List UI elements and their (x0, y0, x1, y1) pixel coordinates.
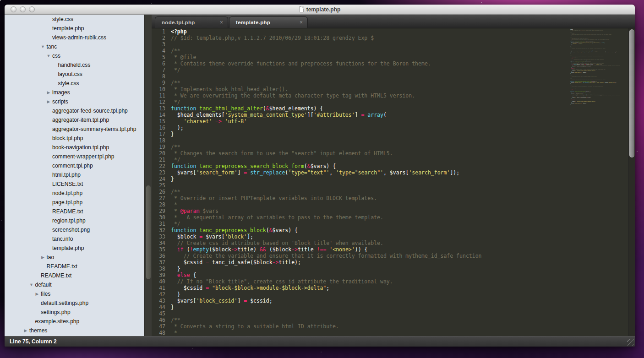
tree-item-comment-wrapper-tpl-php[interactable]: comment-wrapper.tpl.php (5, 152, 144, 161)
code-line[interactable]: */ (171, 221, 628, 227)
code-line[interactable]: function tanc_html_head_alter(&$head_ele… (171, 105, 628, 112)
zoom-button[interactable] (29, 6, 35, 12)
code-line[interactable]: * We are overwriting the default meta ch… (171, 92, 628, 99)
minimap[interactable]: <?php// $Id: template.php,v 1.1.2.7 2010… (570, 29, 628, 336)
titlebar[interactable]: template.php (5, 5, 635, 15)
editor-scrollbar-thumb[interactable] (629, 29, 634, 157)
code-line[interactable]: function tanc_preprocess_search_block_fo… (171, 163, 628, 169)
tree-item-readme-txt[interactable]: README.txt (5, 262, 144, 271)
tree-item-default-settings-php[interactable]: default.settings.php (5, 298, 144, 308)
code-line[interactable]: // Create css id attribute based on 'Blo… (171, 240, 628, 246)
tree-item-template-php[interactable]: template.php (5, 24, 144, 33)
tree-item-node-tpl-php[interactable]: node.tpl.php (5, 189, 144, 198)
code-line[interactable]: <?php (171, 28, 628, 35)
tree-item-layout-css[interactable]: layout.css (5, 70, 144, 79)
tab-close-icon[interactable]: × (219, 20, 224, 25)
code-line[interactable]: // If no "Block title", create css id at… (171, 278, 628, 285)
code-line[interactable]: * (171, 201, 628, 208)
code-line[interactable]: } (171, 266, 628, 272)
tree-item-block-tpl-php[interactable]: block.tpl.php (5, 134, 144, 143)
resize-grip-icon[interactable] (627, 339, 634, 346)
tree-item-aggregator-item-tpl-php[interactable]: aggregator-item.tpl.php (5, 115, 144, 125)
code-line[interactable]: * A sequential array of variables to pas… (171, 214, 628, 221)
code-line[interactable]: * Implements hook_html_head_alter(). (171, 86, 628, 92)
code-line[interactable]: /** (171, 48, 628, 54)
disclosure-triangle-icon[interactable]: ▼ (29, 280, 34, 289)
code-line[interactable]: /** (171, 189, 628, 195)
code-line[interactable]: * @param $vars (171, 208, 628, 214)
minimize-button[interactable] (20, 6, 26, 12)
code-line[interactable]: */ (171, 67, 628, 73)
code-line[interactable]: else { (171, 272, 628, 278)
code-line[interactable] (171, 137, 628, 144)
code-line[interactable]: */ (171, 157, 628, 163)
code-line[interactable] (171, 182, 628, 189)
disclosure-triangle-icon[interactable]: ▼ (46, 51, 51, 60)
code-line[interactable]: // $Id: template.php,v 1.1.2.7 2010/06/2… (171, 35, 628, 41)
code-line[interactable]: ); (171, 125, 628, 131)
tree-item-license-txt[interactable]: LICENSE.txt (5, 179, 144, 189)
tab-node-tpl-php[interactable]: node.tpl.php× (155, 16, 228, 28)
disclosure-triangle-icon[interactable]: ▶ (46, 88, 51, 97)
code-line[interactable]: * Contains theme override functions and … (171, 60, 628, 67)
tree-item-tao[interactable]: ▶tao (5, 253, 144, 262)
code-line[interactable]: $vars['block_cssid'] = $cssid; (171, 298, 628, 304)
disclosure-triangle-icon[interactable]: ▶ (34, 289, 40, 298)
code-line[interactable]: */ (171, 99, 628, 105)
tab-template-php[interactable]: template.php× (229, 16, 308, 28)
code-line[interactable]: } (171, 291, 628, 298)
code-line[interactable]: * Changes the search form to use the "se… (171, 150, 628, 157)
code-line[interactable]: /** (171, 80, 628, 86)
code-line[interactable]: * @file (171, 54, 628, 60)
code-line[interactable] (171, 73, 628, 80)
disclosure-triangle-icon[interactable]: ▶ (46, 97, 51, 106)
tree-item-readme-txt[interactable]: README.txt (5, 271, 144, 280)
editor-scrollbar[interactable] (628, 28, 635, 336)
code-line[interactable] (171, 310, 628, 317)
tree-item-themes[interactable]: ▶themes (5, 326, 144, 335)
tree-item-style-css[interactable]: style.css (5, 79, 144, 88)
code-line[interactable]: } (171, 176, 628, 182)
code-line[interactable]: $cssid = "block-$block->module-$block->d… (171, 285, 628, 291)
tree-item-screenshot-png[interactable]: screenshot.png (5, 225, 144, 234)
tree-item-aggregator-feed-source-tpl-php[interactable]: aggregator-feed-source.tpl.php (5, 106, 144, 115)
tree-item-readme-txt[interactable]: README.txt (5, 207, 144, 216)
tree-item-template-php[interactable]: template.php (5, 244, 144, 253)
tree-item-comment-tpl-php[interactable]: comment.tpl.php (5, 161, 144, 170)
tree-item-settings-php[interactable]: settings.php (5, 308, 144, 317)
code-line[interactable] (171, 41, 628, 48)
code-line[interactable]: $block = $vars['block']; (171, 233, 628, 240)
code-line[interactable]: 'charset' => 'utf-8' (171, 118, 628, 125)
code-line[interactable]: /** (171, 144, 628, 150)
tree-item-region-tpl-php[interactable]: region.tpl.php (5, 216, 144, 225)
tab-close-icon[interactable]: × (299, 20, 304, 25)
tree-item-scripts[interactable]: ▶scripts (5, 97, 144, 106)
tree-item-views-admin-rubik-css[interactable]: views-admin-rubik.css (5, 33, 144, 42)
code-line[interactable]: function tanc_preprocess_block(&$vars) { (171, 227, 628, 233)
code-view[interactable]: <?php// $Id: template.php,v 1.1.2.7 2010… (165, 28, 628, 336)
code-area[interactable]: 1234567891011121314151617181920212223242… (152, 28, 628, 336)
code-line[interactable]: // Create the variable and ensure that i… (171, 253, 628, 259)
disclosure-triangle-icon[interactable]: ▼ (40, 42, 46, 51)
tree-item-images[interactable]: ▶images (5, 88, 144, 97)
tree-item-tanc[interactable]: ▼tanc (5, 42, 144, 51)
sidebar-scrollbar[interactable] (144, 15, 152, 336)
tree-item-book-navigation-tpl-php[interactable]: book-navigation.tpl.php (5, 143, 144, 152)
close-button[interactable] (11, 6, 16, 12)
tree-item-aggregator-summary-items-tpl-php[interactable]: aggregator-summary-items.tpl.php (5, 125, 144, 134)
code-line[interactable]: $head_elements['system_meta_content_type… (171, 112, 628, 118)
code-line[interactable]: * Override or insert PHPTemplate variabl… (171, 195, 628, 201)
tree-item-handheld-css[interactable]: handheld.css (5, 60, 144, 70)
tree-item-default[interactable]: ▼default (5, 280, 144, 289)
disclosure-triangle-icon[interactable]: ▶ (23, 326, 28, 335)
tree-item-css[interactable]: ▼css (5, 51, 144, 60)
code-line[interactable]: $vars['search_form'] = str_replace('type… (171, 169, 628, 176)
code-line[interactable]: * Converts a string to a suitable html I… (171, 323, 628, 330)
code-line[interactable]: /** (171, 317, 628, 323)
code-line[interactable]: } (171, 304, 628, 310)
tree-item-html-tpl-php[interactable]: html.tpl.php (5, 170, 144, 179)
tree-item-files[interactable]: ▶files (5, 289, 144, 298)
code-line[interactable]: * (171, 330, 628, 336)
sidebar-scrollbar-thumb[interactable] (146, 185, 151, 279)
tree-item-example-sites-php[interactable]: example.sites.php (5, 317, 144, 326)
